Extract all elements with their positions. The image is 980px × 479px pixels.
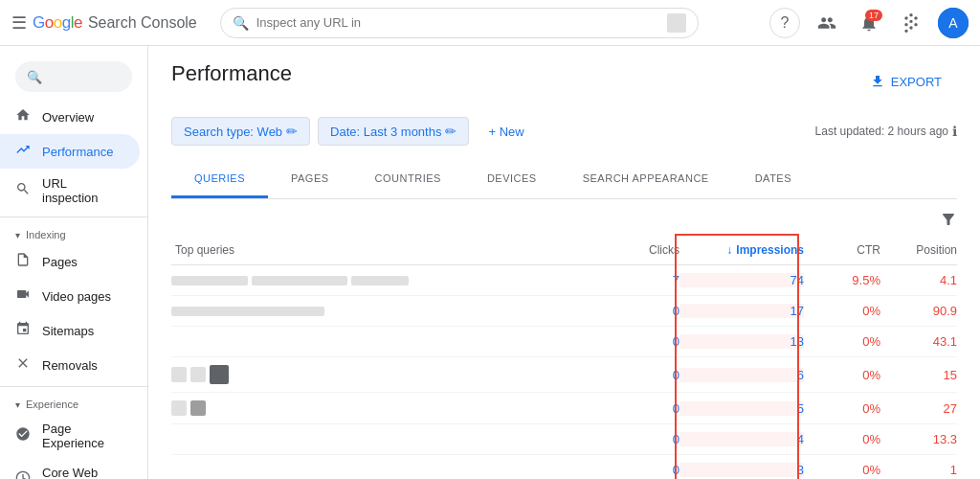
tab-search-appearance[interactable]: SEARCH APPEARANCE [560, 161, 732, 198]
table-row[interactable]: 0 6 0% 15 [171, 357, 957, 393]
cell-clicks-7: 0 [584, 463, 679, 477]
cell-position-5: 27 [880, 401, 957, 416]
table-row[interactable]: 7 74 9.5% 4.1 [171, 265, 957, 296]
sitemaps-icon [15, 321, 31, 340]
sidebar-item-sitemaps-label: Sitemaps [42, 324, 94, 338]
sidebar-item-sitemaps[interactable]: Sitemaps [0, 313, 140, 348]
group-experience-label: Experience [26, 399, 78, 410]
table-row[interactable]: 0 13 0% 43.1 [171, 327, 957, 357]
cell-query-5 [171, 400, 584, 416]
table-row[interactable]: 0 5 0% 27 [171, 393, 957, 424]
cell-impressions-1: 74 [679, 273, 804, 287]
sidebar-group-indexing[interactable]: ▾ Indexing [0, 221, 147, 244]
group-indexing-chevron: ▾ [15, 230, 20, 240]
sidebar-item-video-pages[interactable]: Video pages [0, 279, 140, 313]
col-header-position[interactable]: Position [880, 243, 957, 257]
topbar-right: ? 17 A [769, 8, 969, 38]
export-button[interactable]: EXPORT [855, 66, 957, 97]
date-filter[interactable]: Date: Last 3 months ✏ [318, 117, 469, 146]
sidebar-item-url-inspection[interactable]: URL inspection [0, 169, 140, 213]
table-row[interactable]: 0 4 0% 13.3 [171, 424, 957, 455]
sidebar-item-performance[interactable]: Performance [0, 134, 140, 169]
col-header-ctr[interactable]: CTR [804, 243, 880, 257]
url-inspect-bar[interactable]: 🔍 [220, 8, 699, 38]
cell-impressions-7: 3 [679, 463, 804, 477]
last-updated: Last updated: 2 hours ago ℹ [815, 124, 957, 139]
url-inspect-input[interactable] [256, 15, 659, 30]
tab-queries[interactable]: QUERIES [171, 161, 268, 198]
sidebar-search[interactable]: 🔍 [15, 61, 132, 92]
cell-ctr-5: 0% [804, 401, 880, 416]
table-header: Top queries Clicks ↓ Impressions CTR Pos… [171, 236, 957, 265]
sidebar-item-removals-label: Removals [42, 358, 98, 373]
tab-pages-label: PAGES [291, 172, 329, 184]
export-label: EXPORT [891, 75, 942, 89]
table-rows-container: 7 74 9.5% 4.1 [171, 265, 957, 479]
date-edit-icon: ✏ [445, 124, 457, 139]
col-header-impressions[interactable]: ↓ Impressions [679, 243, 804, 257]
tab-countries-label: COUNTRIES [375, 172, 441, 184]
page-experience-icon [15, 426, 31, 445]
last-updated-text: Last updated: 2 hours ago [815, 125, 948, 138]
home-icon [15, 107, 31, 126]
tab-devices-label: DEVICES [487, 172, 537, 184]
sidebar-item-pages[interactable]: Pages [0, 244, 140, 279]
cell-position-4: 15 [880, 368, 957, 382]
sidebar-item-overview[interactable]: Overview [0, 100, 140, 134]
sidebar: 🔍 Overview Performance URL inspection ▾ [0, 46, 148, 479]
col-ctr-label: CTR [857, 243, 880, 257]
pages-icon [15, 252, 31, 271]
cell-query-2 [171, 307, 584, 316]
search-type-filter[interactable]: Search type: Web ✏ [171, 117, 310, 146]
group-indexing-label: Indexing [26, 229, 66, 240]
cell-query-1 [171, 276, 584, 285]
data-table: Top queries Clicks ↓ Impressions CTR Pos… [171, 207, 957, 479]
content-area: Performance EXPORT Search type: Web ✏ Da… [148, 46, 980, 479]
info-icon[interactable]: ℹ [952, 124, 957, 139]
date-label: Date: Last 3 months [330, 125, 441, 139]
new-label: + New [488, 125, 523, 139]
user-avatar[interactable]: A [938, 8, 969, 38]
table-filter-icon[interactable] [940, 211, 957, 232]
sidebar-group-experience[interactable]: ▾ Experience [0, 391, 147, 414]
search-submit-button[interactable] [667, 13, 686, 33]
core-web-vitals-icon [15, 470, 31, 479]
app-name-label: Search Console [88, 14, 197, 32]
group-experience-chevron: ▾ [15, 399, 20, 410]
notification-badge: 17 [865, 10, 882, 21]
sidebar-item-page-experience[interactable]: Page Experience [0, 414, 140, 458]
table-row[interactable]: 0 17 0% 90.9 [171, 296, 957, 327]
clicks-value-1: 7 [673, 273, 679, 287]
tab-dates-label: DATES [755, 172, 791, 184]
notifications-icon-button[interactable]: 17 [854, 8, 884, 38]
hamburger-icon[interactable]: ☰ [11, 12, 27, 34]
tab-devices[interactable]: DEVICES [464, 161, 560, 198]
tab-pages[interactable]: PAGES [268, 161, 352, 198]
edit-icon: ✏ [286, 124, 298, 139]
cell-impressions-5: 5 [679, 401, 804, 416]
sidebar-item-page-experience-label: Page Experience [42, 422, 124, 450]
help-icon-button[interactable]: ? [769, 8, 800, 38]
sidebar-search-icon: 🔍 [27, 70, 42, 84]
cell-position-1: 4.1 [880, 273, 957, 287]
table-row[interactable]: 0 3 0% 1 [171, 455, 957, 479]
users-icon-button[interactable] [812, 8, 842, 38]
tab-dates[interactable]: DATES [732, 161, 814, 198]
col-impressions-label: Impressions [736, 243, 804, 257]
cell-ctr-4: 0% [804, 368, 880, 382]
sidebar-item-removals[interactable]: Removals [0, 348, 140, 382]
cell-clicks-5: 0 [584, 401, 679, 416]
app-logo[interactable]: ☰ Google Search Console [11, 12, 197, 34]
col-header-clicks[interactable]: Clicks [584, 243, 679, 257]
tab-countries[interactable]: COUNTRIES [352, 161, 464, 198]
page-header: Performance EXPORT [171, 61, 957, 102]
sidebar-item-core-web-vitals[interactable]: Core Web Vitals [0, 458, 140, 479]
search-icon: 🔍 [233, 15, 249, 31]
url-inspection-icon [15, 181, 31, 200]
cell-position-2: 90.9 [880, 304, 957, 318]
tab-queries-label: QUERIES [194, 172, 245, 184]
apps-grid-icon-button[interactable] [896, 8, 926, 38]
cell-ctr-1: 9.5% [804, 273, 880, 287]
cell-ctr-3: 0% [804, 334, 880, 349]
new-filter-button[interactable]: + New [477, 119, 535, 145]
